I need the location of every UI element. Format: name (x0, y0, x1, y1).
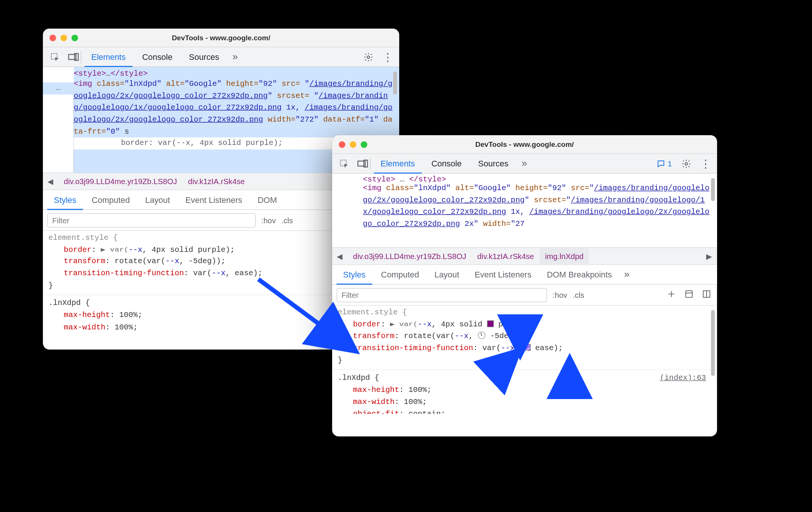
scrollbar[interactable] (711, 178, 715, 201)
tabs-more-icon[interactable]: » (229, 51, 241, 63)
crumb-next-icon[interactable]: ▶ (702, 252, 717, 261)
computed-styles-icon[interactable] (683, 290, 695, 300)
crumb-3[interactable]: img.lnXdpd (540, 248, 589, 264)
crumb-1[interactable]: div.o3j99.LLD4me.yr19Zb.LS8OJ (58, 174, 183, 189)
crumb-prev-icon[interactable]: ◀ (332, 252, 348, 261)
tab-console[interactable]: Console (425, 154, 468, 172)
titlebar[interactable]: DevTools - www.google.com/ (43, 29, 399, 47)
settings-icon[interactable] (679, 158, 694, 168)
close-icon[interactable] (339, 141, 345, 148)
kebab-icon[interactable]: ⋮ (379, 50, 395, 64)
scrollbar[interactable] (393, 72, 397, 94)
minimize-icon[interactable] (350, 141, 357, 148)
color-swatch-icon[interactable] (487, 320, 494, 327)
traffic-lights (339, 141, 367, 148)
tab-sources[interactable]: Sources (182, 48, 226, 66)
source-link[interactable]: (index):63 (660, 372, 711, 384)
tab-layout[interactable]: Layout (428, 265, 466, 283)
dom-gutter (332, 174, 363, 247)
inspect-icon[interactable] (337, 158, 352, 168)
tab-computed[interactable]: Computed (374, 265, 426, 283)
hov-toggle[interactable]: :hov (553, 291, 567, 299)
maximize-icon[interactable] (361, 141, 368, 148)
tab-styles[interactable]: Styles (337, 265, 372, 284)
decl-border[interactable]: border: ▶ var(--x, 4px solid purple); (337, 318, 711, 331)
tab-dom-breakpoints[interactable]: DOM Breakpoints (540, 265, 618, 283)
tab-elements[interactable]: Elements (374, 154, 421, 174)
tabs-more-icon[interactable]: » (518, 158, 530, 169)
hov-toggle[interactable]: :hov (261, 216, 276, 224)
scrollbar[interactable] (711, 310, 715, 376)
styles-pane[interactable]: element.style { border: ▶ var(--x, 4px s… (332, 306, 717, 436)
svg-rect-8 (686, 291, 693, 297)
messages-badge[interactable]: 1 (653, 159, 675, 168)
tab-event-listeners[interactable]: Event Listeners (468, 265, 538, 283)
device-toggle-icon[interactable] (355, 157, 371, 169)
main-tabs: Elements Console Sources » ⋮ (43, 47, 399, 67)
crumb-2[interactable]: div.k1zIA.rSk4se (472, 248, 540, 264)
window-title: DevTools - www.google.com/ (43, 34, 399, 42)
crumb-1[interactable]: div.o3j99.LLD4me.yr19Zb.LS8OJ (348, 248, 472, 264)
inspect-icon[interactable] (47, 52, 63, 62)
devtools-window-after: DevTools - www.google.com/ Elements Cons… (332, 135, 717, 436)
main-tabs: Elements Console Sources » 1 ⋮ (332, 154, 717, 174)
decl-max-height[interactable]: max-height: 100%; (337, 384, 711, 396)
easing-swatch-icon[interactable] (524, 344, 531, 351)
kebab-icon[interactable]: ⋮ (697, 157, 713, 170)
decl-transform[interactable]: transform: rotate(var(--x, -5deg)); (337, 331, 711, 343)
tab-layout[interactable]: Layout (139, 191, 177, 209)
rule-element-style: element.style { (337, 307, 711, 319)
tab-dom-breakpoints[interactable]: DOM (251, 191, 284, 209)
crumb-prev-icon[interactable]: ◀ (43, 177, 58, 186)
svg-point-3 (367, 56, 370, 58)
maximize-icon[interactable] (72, 34, 78, 41)
cls-toggle[interactable]: .cls (281, 216, 293, 224)
tab-elements[interactable]: Elements (85, 47, 132, 67)
tab-sources[interactable]: Sources (472, 154, 515, 172)
new-style-rule-icon[interactable] (665, 290, 678, 300)
filter-input[interactable] (337, 288, 547, 302)
filter-input[interactable] (47, 213, 256, 227)
breadcrumb[interactable]: ◀ div.o3j99.LLD4me.yr19Zb.LS8OJ div.k1zI… (332, 247, 717, 265)
tab-styles[interactable]: Styles (47, 190, 83, 210)
cls-toggle[interactable]: .cls (573, 291, 585, 299)
dom-selected-node[interactable]: <style> … </style> <img class="lnXdpd" a… (363, 174, 717, 247)
dom-gutter: … (43, 67, 74, 172)
window-title: DevTools - www.google.com/ (332, 140, 717, 148)
rendering-icon[interactable] (701, 290, 713, 300)
angle-swatch-icon[interactable] (478, 332, 485, 339)
styles-toolbar: :hov .cls (332, 285, 717, 305)
decl-object-fit[interactable]: object-fit: contain; (337, 408, 711, 414)
device-toggle-icon[interactable] (66, 51, 81, 63)
panel-tabs: Styles Computed Layout Event Listeners D… (332, 265, 717, 285)
minimize-icon[interactable] (61, 34, 67, 41)
dom-tree[interactable]: <style> … </style> <img class="lnXdpd" a… (332, 174, 717, 247)
titlebar[interactable]: DevTools - www.google.com/ (332, 135, 717, 154)
panel-tabs-more-icon[interactable]: » (621, 269, 633, 280)
crumb-2[interactable]: div.k1zIA.rSk4se (183, 174, 250, 189)
decl-ttf[interactable]: transition-timing-function: var(--x, eas… (337, 343, 711, 355)
settings-icon[interactable] (361, 52, 376, 62)
tab-console[interactable]: Console (136, 48, 179, 66)
svg-point-7 (685, 162, 688, 165)
traffic-lights (49, 34, 78, 41)
tab-computed[interactable]: Computed (85, 191, 136, 209)
close-icon[interactable] (49, 34, 56, 41)
decl-max-width[interactable]: max-width: 100%; (337, 396, 711, 408)
tab-event-listeners[interactable]: Event Listeners (179, 191, 249, 209)
rule-class: .lnXdpd { (337, 372, 711, 384)
